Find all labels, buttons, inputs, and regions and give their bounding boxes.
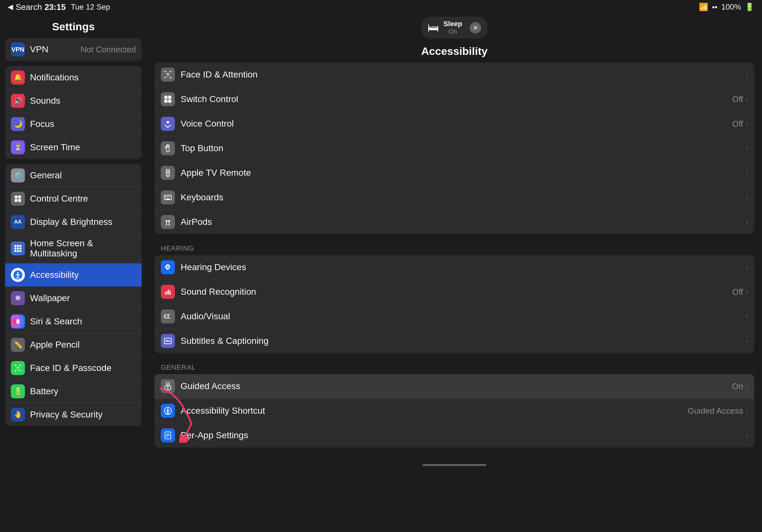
accessibility-shortcut-label: Accessibility Shortcut	[181, 406, 688, 416]
settings-item-audio-visual[interactable]: Audio/Visual ›	[154, 304, 754, 329]
controlcentre-label: Control Centre	[30, 194, 88, 204]
svg-rect-90	[166, 435, 170, 436]
svg-rect-22	[20, 365, 21, 366]
settings-item-keyboards[interactable]: Keyboards ›	[154, 185, 754, 210]
sidebar-item-pencil[interactable]: ✏️ Apple Pencil	[5, 333, 142, 357]
privacy-label: Privacy & Security	[30, 410, 103, 420]
back-arrow-icon[interactable]: ◀	[8, 3, 13, 11]
faceid-icon	[11, 361, 25, 375]
sidebar-group-vpn: VPN VPN Not Connected	[5, 38, 142, 61]
display-icon: AA	[11, 215, 25, 229]
svg-rect-73	[164, 338, 171, 344]
sidebar-item-sounds[interactable]: 🔊 Sounds	[5, 89, 142, 112]
guided-access-value: On	[732, 381, 743, 391]
sleep-pill: 🛏 Sleep On ✕	[421, 17, 488, 38]
sidebar-item-focus[interactable]: 🌙 Focus	[5, 112, 142, 136]
homescreen-label: Home Screen & Multitasking	[30, 238, 136, 259]
settings-item-guided-access[interactable]: Guided Access On ›	[154, 374, 754, 399]
scroll-indicator	[422, 464, 486, 466]
appletv-remote-chevron: ›	[746, 169, 748, 177]
settings-item-appletv-remote[interactable]: Apple TV Remote ›	[154, 161, 754, 185]
sidebar-item-accessibility[interactable]: Accessibility	[5, 263, 142, 287]
general-icon: ⚙️	[11, 168, 25, 182]
svg-rect-29	[170, 71, 171, 72]
sidebar-item-battery[interactable]: 🔋 Battery	[5, 380, 142, 403]
svg-rect-91	[166, 436, 168, 437]
sidebar-item-general[interactable]: ⚙️ General	[5, 164, 142, 187]
faceid-attention-label: Face ID & Attention	[181, 70, 746, 80]
sleep-close-button[interactable]: ✕	[470, 22, 481, 33]
voice-control-icon	[161, 117, 175, 131]
hearing-devices-icon	[161, 260, 175, 274]
settings-item-faceid-attention[interactable]: Face ID & Attention ›	[154, 62, 754, 87]
svg-rect-57	[166, 199, 170, 199]
settings-item-subtitles[interactable]: Subtitles & Captioning ›	[154, 329, 754, 353]
settings-item-hearing-devices[interactable]: Hearing Devices ›	[154, 255, 754, 280]
sidebar-item-siri[interactable]: Siri & Search	[5, 310, 142, 333]
sounds-icon: 🔊	[11, 94, 25, 108]
settings-item-top-button[interactable]: Top Button ›	[154, 136, 754, 161]
svg-point-64	[167, 266, 169, 268]
sidebar-item-privacy[interactable]: 🤚 Privacy & Security	[5, 403, 142, 426]
pencil-label: Apple Pencil	[30, 340, 80, 350]
cellular-icon: ▪▪	[712, 3, 718, 12]
sidebar-item-controlcentre[interactable]: Control Centre	[5, 187, 142, 211]
accessibility-label: Accessibility	[30, 270, 79, 280]
svg-point-26	[19, 367, 20, 368]
faceid-attention-chevron: ›	[746, 71, 748, 79]
sleep-subtitle: On	[449, 28, 457, 35]
svg-rect-54	[165, 197, 166, 198]
settings-item-airpods[interactable]: AirPods ›	[154, 210, 754, 234]
keyboards-chevron: ›	[746, 193, 748, 202]
top-button-icon	[161, 141, 175, 155]
sidebar-item-wallpaper[interactable]: ❋ Wallpaper	[5, 287, 142, 310]
keyboards-icon	[161, 190, 175, 204]
svg-rect-89	[166, 434, 170, 434]
sound-recognition-icon	[161, 285, 175, 299]
settings-item-switch-control[interactable]: Switch Control Off ›	[154, 87, 754, 112]
sidebar-item-vpn[interactable]: VPN VPN Not Connected	[5, 38, 142, 61]
sidebar-item-homescreen[interactable]: Home Screen & Multitasking	[5, 234, 142, 263]
sidebar-item-notifications[interactable]: 🔔 Notifications	[5, 66, 142, 89]
subtitles-label: Subtitles & Captioning	[181, 336, 746, 346]
search-label[interactable]: Search	[16, 2, 42, 12]
guided-access-icon	[161, 379, 175, 393]
settings-item-per-app[interactable]: Per-App Settings ›	[154, 423, 754, 447]
keyboards-label: Keyboards	[181, 192, 746, 203]
sound-recognition-value: Off	[732, 287, 743, 297]
svg-rect-9	[20, 247, 21, 249]
audio-visual-icon	[161, 309, 175, 323]
siri-icon	[11, 314, 25, 328]
settings-item-sound-recognition[interactable]: Sound Recognition Off ›	[154, 280, 754, 304]
sleep-notification: 🛏 Sleep On ✕	[147, 14, 762, 38]
hearing-devices-chevron: ›	[746, 263, 748, 271]
voice-control-value: Off	[732, 119, 743, 129]
svg-rect-3	[18, 199, 21, 202]
settings-item-accessibility-shortcut[interactable]: Accessibility Shortcut Guided Access ›	[154, 399, 754, 423]
svg-rect-21	[15, 365, 16, 366]
pencil-icon: ✏️	[11, 338, 25, 352]
status-time: 23:15	[44, 2, 66, 12]
battery-icon: 🔋	[745, 3, 754, 12]
sidebar-item-display[interactable]: AA Display & Brightness	[5, 211, 142, 234]
audio-visual-label: Audio/Visual	[181, 311, 746, 321]
per-app-chevron: ›	[746, 431, 748, 439]
wallpaper-label: Wallpaper	[30, 293, 70, 303]
svg-rect-43	[167, 146, 169, 147]
top-button-label: Top Button	[181, 143, 746, 154]
faceid-label: Face ID & Passcode	[30, 363, 112, 373]
svg-rect-74	[165, 340, 169, 341]
battery-percentage: 100%	[722, 3, 741, 12]
accessibility-icon	[11, 268, 25, 282]
panel-header: Accessibility	[147, 38, 762, 62]
sidebar-item-faceid[interactable]: Face ID & Passcode	[5, 357, 142, 380]
svg-rect-37	[164, 100, 168, 103]
airpods-chevron: ›	[746, 218, 748, 226]
sound-recognition-chevron: ›	[746, 288, 748, 296]
sound-recognition-label: Sound Recognition	[181, 287, 732, 297]
svg-rect-11	[17, 250, 19, 252]
focus-icon: 🌙	[11, 117, 25, 131]
settings-item-voice-control[interactable]: Voice Control Off ›	[154, 112, 754, 136]
notifications-icon: 🔔	[11, 71, 25, 85]
sidebar-item-screentime[interactable]: ⏳ Screen Time	[5, 136, 142, 159]
